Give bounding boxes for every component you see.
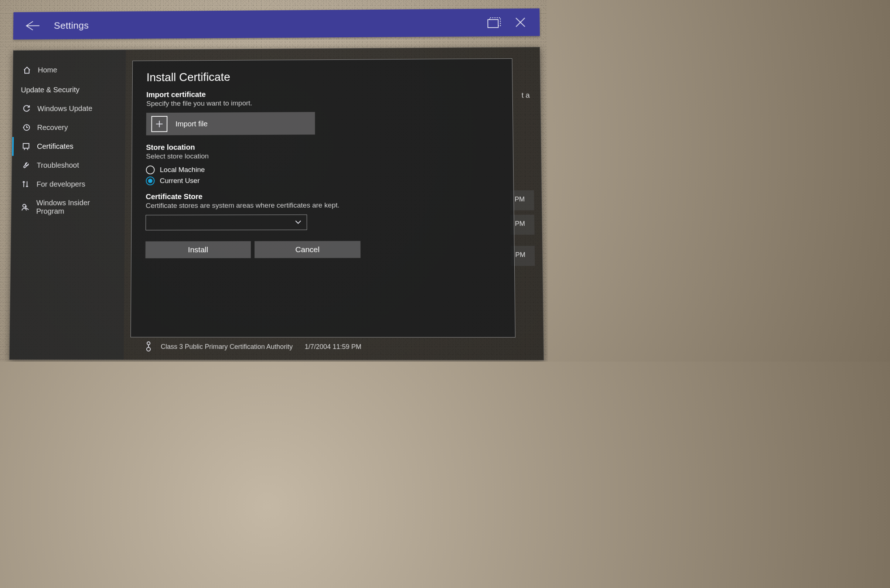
sidebar-item-label: Windows Insider Program — [36, 199, 117, 216]
import-label: Import certificate — [146, 88, 498, 99]
install-button[interactable]: Install — [145, 241, 251, 258]
import-desc: Specify the file you want to import. — [146, 98, 498, 108]
install-certificate-dialog: Install Certificate Import certificate S… — [131, 58, 515, 338]
sync-icon — [22, 104, 31, 113]
plus-icon — [151, 116, 167, 132]
sidebar-item-label: Home — [38, 66, 57, 74]
history-icon — [22, 123, 31, 132]
sidebar-item-label: Certificates — [37, 142, 74, 150]
sidebar-item-windows-update[interactable]: Windows Update — [12, 99, 126, 118]
sidebar-item-certificates[interactable]: Certificates — [12, 136, 125, 156]
cancel-button[interactable]: Cancel — [255, 241, 360, 258]
back-button[interactable] — [24, 18, 40, 34]
radio-local-machine[interactable]: Local Machine — [146, 164, 499, 174]
dialog-title: Install Certificate — [146, 69, 498, 84]
sidebar-item-label: For developers — [37, 180, 86, 188]
store-location-label: Store location — [146, 142, 499, 152]
cert-date: 1/7/2004 11:59 PM — [305, 343, 361, 351]
sidebar-item-insider[interactable]: Windows Insider Program — [12, 194, 125, 221]
bg-cert-row: Class 3 Public Primary Certification Aut… — [146, 341, 361, 352]
sidebar-item-label: Recovery — [37, 123, 68, 132]
sidebar-item-label: Windows Update — [37, 104, 92, 112]
import-file-button[interactable]: Import file — [146, 112, 315, 135]
close-icon[interactable] — [512, 14, 529, 31]
sidebar-item-troubleshoot[interactable]: Troubleshoot — [12, 156, 125, 175]
sidebar-item-for-developers[interactable]: For developers — [12, 174, 125, 194]
titlebar: Settings — [13, 9, 540, 39]
sidebar: Home Update & Security Windows Update Re… — [10, 50, 126, 359]
cert-name: Class 3 Public Primary Certification Aut… — [161, 343, 293, 351]
cert-store-dropdown[interactable] — [146, 214, 307, 231]
cert-store-label: Certificate Store — [146, 192, 499, 201]
radio-label: Local Machine — [160, 166, 205, 174]
svg-rect-0 — [488, 20, 498, 28]
cert-store-desc: Certificate stores are system areas wher… — [146, 201, 500, 210]
radio-current-user[interactable]: Current User — [146, 176, 499, 185]
cert-chain-icon — [146, 341, 156, 352]
sidebar-item-recovery[interactable]: Recovery — [12, 117, 125, 136]
svg-rect-2 — [23, 143, 29, 148]
home-icon — [23, 66, 32, 75]
window-placement-icon[interactable] — [486, 14, 503, 31]
chevron-down-icon — [295, 220, 302, 225]
sidebar-home[interactable]: Home — [13, 60, 126, 80]
store-location-desc: Select store location — [146, 151, 499, 160]
svg-point-5 — [147, 347, 150, 351]
radio-icon — [146, 165, 155, 174]
sidebar-item-label: Troubleshoot — [37, 161, 79, 170]
radio-icon — [146, 177, 155, 185]
tools-icon — [21, 180, 30, 189]
bg-text: t a — [521, 91, 530, 100]
wrench-icon — [21, 161, 30, 170]
radio-label: Current User — [160, 177, 200, 184]
certificate-icon — [22, 142, 31, 151]
svg-point-4 — [147, 342, 150, 345]
app-title: Settings — [54, 20, 89, 32]
import-file-label: Import file — [176, 120, 208, 128]
person-icon — [21, 203, 30, 212]
sidebar-section: Update & Security — [13, 79, 126, 99]
svg-point-3 — [23, 204, 26, 207]
content-area: t a PM PM PM Class 3 Public Primary Cert… — [124, 47, 543, 360]
